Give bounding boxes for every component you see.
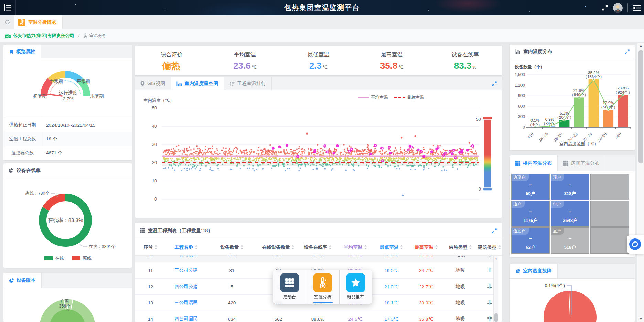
svg-text:0.1%(4个): 0.1%(4个) xyxy=(545,283,565,288)
col-header-seq[interactable]: 序号 xyxy=(135,244,166,250)
sort-caret-icon[interactable] xyxy=(195,245,198,250)
dock-item-2[interactable]: 新品推荐 xyxy=(339,270,372,304)
sort-caret-icon[interactable] xyxy=(435,245,438,250)
col-header-min_temp[interactable]: 最低室温 xyxy=(374,244,409,250)
table-scrollbar[interactable]: ▲ xyxy=(493,256,498,322)
dock-item-0[interactable]: 启动台 xyxy=(273,270,306,304)
company-icon xyxy=(5,33,11,39)
info-label: 室温工程总数 xyxy=(3,132,42,146)
chart-tabs: GIS视图室内温度星空图工程室温排行 xyxy=(135,77,502,90)
svg-text:离线：780个: 离线：780个 xyxy=(25,191,50,196)
cell-online_devices: 562 xyxy=(258,316,299,322)
grid-cell-边户[interactable]: 边户–1175户 xyxy=(511,201,550,227)
info-row-2: 温控器总数4671 个 xyxy=(3,146,132,160)
breadcrumb-current: 室温分析 xyxy=(89,33,107,39)
cell-building_type: 非 xyxy=(477,316,493,322)
tab-overview-attrs[interactable]: 概览属性 xyxy=(3,45,41,58)
svg-text:22~24: 22~24 xyxy=(582,132,593,143)
avatar[interactable] xyxy=(613,3,623,13)
table-row[interactable]: 14四公司居民63456288.6%24.6℃17.0℃35.8℃地暖非 xyxy=(135,311,493,322)
col-header-building_type[interactable]: 建筑类型 xyxy=(477,244,502,250)
cell-value: – xyxy=(512,208,549,214)
breadcrumb: 包头市热力(集团)有限责任公司 / 室温分析 xyxy=(0,29,644,43)
cell-name[interactable]: 四公司公建 xyxy=(166,283,206,290)
grid-cell-底户[interactable]: 底户–518户 xyxy=(551,227,589,254)
navbar: 包热集团室温监测平台 xyxy=(0,0,644,15)
cell-name[interactable]: 三公司公建 xyxy=(166,267,206,273)
svg-text:30: 30 xyxy=(152,142,157,147)
tab-device-version[interactable]: 设备版本 xyxy=(3,273,42,288)
tab-temp-fault[interactable]: 室内温度故障 xyxy=(510,264,558,278)
active-indicator xyxy=(313,302,333,303)
grid-cell-empty[interactable] xyxy=(590,201,629,227)
grid-cell-边底户[interactable]: 边底户–62户 xyxy=(511,227,550,254)
grid-cell-边顶户[interactable]: 边顶户–50户 xyxy=(511,174,550,200)
cell-min_temp: 17.0℃ xyxy=(374,316,409,322)
expand-icon[interactable] xyxy=(624,49,630,54)
page-scrollbar[interactable]: ▲ ▼ xyxy=(637,43,644,322)
sort-caret-icon[interactable] xyxy=(329,245,332,250)
floating-action-button[interactable] xyxy=(627,235,644,254)
dock-item-1[interactable]: 室温分析 xyxy=(307,270,339,304)
grid-cell-empty[interactable] xyxy=(590,227,629,254)
cell-name[interactable]: 三公司居民 xyxy=(166,300,206,306)
svg-text:（204个）: （204个） xyxy=(555,115,574,119)
sort-caret-icon[interactable] xyxy=(154,245,158,250)
stat-label: 最低室温 xyxy=(282,51,355,58)
svg-text:中寒期: 中寒期 xyxy=(50,79,63,84)
col-header-heat_type[interactable]: 供热类型 xyxy=(443,244,477,250)
grid-cell-中户[interactable]: 中户–2548户 xyxy=(551,201,589,227)
svg-text:<16: <16 xyxy=(526,132,534,139)
col-header-name[interactable]: 工程名称 xyxy=(166,244,206,250)
fullscreen-icon[interactable] xyxy=(602,4,608,11)
chart-tab-0[interactable]: GIS视图 xyxy=(135,77,171,90)
sort-caret-icon[interactable] xyxy=(469,245,472,250)
stat-3: 最高室温 35.8℃ xyxy=(355,51,428,70)
fault-pie-chart: 0.1%(4个) xyxy=(510,279,635,322)
col-header-max_temp[interactable]: 最高室温 xyxy=(409,244,443,250)
grid-cell-顶户[interactable]: 顶户–318户 xyxy=(551,174,589,200)
sort-caret-icon[interactable] xyxy=(240,245,244,250)
barchart-icon xyxy=(176,81,182,86)
expand-icon[interactable] xyxy=(492,228,497,234)
cell-count: 318户 xyxy=(551,191,589,197)
tab-building-dist[interactable]: 楼内室温分布 xyxy=(510,155,558,171)
sort-caret-icon[interactable] xyxy=(498,245,501,250)
cell-name[interactable]: 四公司居民 xyxy=(166,316,206,322)
sort-caret-icon[interactable] xyxy=(291,245,294,250)
col-header-avg_temp[interactable]: 平均室温 xyxy=(337,244,374,250)
sort-caret-icon[interactable] xyxy=(400,245,403,250)
stat-label: 综合评价 xyxy=(135,51,208,58)
cell-tag: 边顶户 xyxy=(512,174,529,181)
col-header-online_devices[interactable]: 在线设备数量 xyxy=(258,244,299,250)
stat-label: 平均室温 xyxy=(208,51,281,58)
refresh-icon[interactable] xyxy=(4,19,10,25)
svg-text:24~26: 24~26 xyxy=(597,132,607,142)
cell-min_temp: 21.0℃ xyxy=(374,284,409,289)
col-header-devices[interactable]: 设备数量 xyxy=(206,244,258,250)
device-version-chart: 广图356个 xyxy=(3,288,132,322)
col-header-online_rate[interactable]: 设备在线率 xyxy=(299,244,337,250)
panel-overview: 概览属性 中寒期严寒期初寒期末寒期运行进度2.7% 供热起止日期2024/10/… xyxy=(3,45,132,160)
bookmark-icon xyxy=(9,49,14,54)
svg-text:50: 50 xyxy=(476,117,481,122)
cell-heat_type: 地暖 xyxy=(443,283,477,290)
chart-tab-2[interactable]: 工程室温排行 xyxy=(224,77,272,90)
partial-table-row[interactable]: 10一公司居民53152198.1%23.2℃20.2℃30.6℃地暖非 xyxy=(135,256,493,262)
cell-online_rate: 88.6% xyxy=(299,316,337,322)
breadcrumb-company[interactable]: 包头市热力(集团)有限责任公司 xyxy=(13,33,74,39)
chart-tab-1[interactable]: 室内温度星空图 xyxy=(171,77,224,90)
dock-label: 启动台 xyxy=(283,294,296,300)
breadcrumb-separator: / xyxy=(78,33,80,38)
expand-icon[interactable] xyxy=(492,81,497,90)
sort-caret-icon[interactable] xyxy=(364,245,367,250)
table-row[interactable]: 10一公司居民53152198.1%23.2℃20.2℃30.6℃地暖非 xyxy=(135,256,493,262)
tab-room-dist[interactable]: 房间室温分布 xyxy=(558,155,605,171)
tab-room-temp-overview[interactable]: 室温分析概览 xyxy=(14,15,63,29)
cell-name[interactable]: 一公司居民 xyxy=(166,256,206,258)
info-row-0: 供热起止日期2024/10/10~2025/04/15 xyxy=(3,118,132,132)
stat-label: 最高室温 xyxy=(355,51,428,58)
panel-summary-stats: 综合评价 偏热平均室温 23.6℃最低室温 2.3℃最高室温 35.8℃设备在线… xyxy=(135,46,502,75)
menu-indent-icon[interactable] xyxy=(633,5,641,11)
grid-cell-empty[interactable] xyxy=(590,174,629,200)
